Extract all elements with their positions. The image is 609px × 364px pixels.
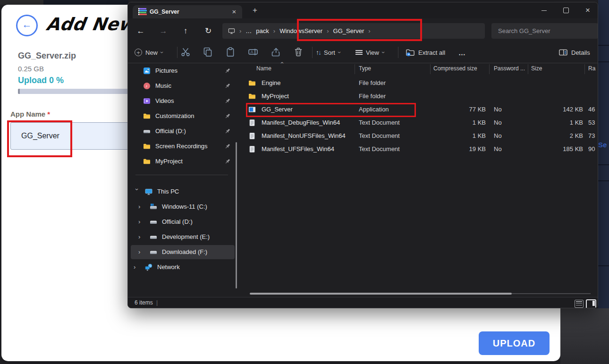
toolbar-separator (177, 47, 178, 58)
column-header-password[interactable]: Password ... (494, 65, 525, 72)
delete-button[interactable] (293, 47, 304, 58)
pin-icon[interactable] (224, 143, 231, 150)
paste-button[interactable] (225, 47, 237, 58)
sidebar-item-screen-recordings[interactable]: Screen Recordings (131, 139, 235, 153)
chevron-collapsed-icon[interactable]: › (138, 245, 145, 259)
nav-forward-button[interactable]: → (156, 25, 170, 37)
background-text-fragment: Se (598, 141, 607, 149)
folder-icon (143, 143, 151, 150)
details-pane-button[interactable]: Details (558, 46, 590, 59)
sidebar-item-music[interactable]: ♪ Music (131, 79, 235, 93)
chevron-collapsed-icon[interactable]: › (134, 260, 140, 274)
file-row-ggserver[interactable]: GG_Server Application 77 KB No 142 KB 46 (239, 103, 598, 116)
breadcrumb-item-pack[interactable]: pack (256, 27, 269, 34)
pin-icon[interactable] (224, 113, 231, 119)
refresh-button[interactable]: ↻ (201, 25, 215, 37)
chevron-collapsed-icon[interactable]: › (138, 230, 145, 244)
column-header-ratio[interactable]: Ra (588, 65, 595, 72)
background-divider (598, 180, 609, 181)
column-header-compressed-size[interactable]: Compressed size (433, 65, 477, 72)
breadcrumb-overflow[interactable]: … (245, 27, 252, 34)
tab-title: GG_Server (150, 8, 179, 15)
sidebar-scrollbar[interactable] (236, 142, 237, 288)
folder-icon (143, 112, 151, 120)
column-header-size[interactable]: Size (531, 65, 542, 72)
share-button[interactable] (271, 47, 282, 58)
column-header-name[interactable]: Name (256, 65, 271, 72)
column-header-type[interactable]: Type (359, 65, 371, 72)
back-button[interactable]: ← (16, 15, 38, 36)
copy-icon (203, 47, 213, 57)
minimize-button[interactable] (534, 2, 555, 18)
folder-icon (248, 93, 256, 100)
details-view-toggle[interactable] (575, 300, 584, 308)
close-button[interactable]: × (577, 2, 598, 18)
cut-button[interactable] (180, 47, 192, 58)
horizontal-scrollbar-track[interactable] (512, 293, 591, 294)
column-divider[interactable] (489, 64, 490, 74)
view-button[interactable]: View › (355, 46, 384, 59)
pin-icon[interactable] (224, 98, 231, 104)
pin-icon[interactable] (224, 83, 231, 89)
tab-bar: GG_Server × + × (128, 2, 598, 18)
sort-button[interactable]: ↑↓ Sort › (316, 46, 340, 59)
sidebar-item-myproject[interactable]: MyProject (131, 154, 235, 169)
copy-button[interactable] (203, 47, 214, 58)
maximize-button[interactable] (556, 2, 576, 18)
more-options-button[interactable]: … (458, 46, 466, 59)
file-row-manifest-debugfiles[interactable]: Manifest_DebugFiles_Win64 Text Document … (239, 116, 598, 129)
sidebar-item-customization[interactable]: Customization (131, 109, 235, 123)
search-input[interactable] (491, 23, 598, 39)
windows-drive-icon (150, 203, 157, 211)
tab-close-icon[interactable]: × (229, 7, 239, 17)
sidebar-item-official-d[interactable]: Official (D:) (131, 124, 235, 138)
new-button[interactable]: + New › (135, 46, 163, 59)
extract-all-button[interactable]: Extract all (406, 46, 445, 59)
sidebar-item-network[interactable]: › Network (131, 260, 235, 274)
sidebar-item-videos[interactable]: Videos (131, 94, 235, 108)
sidebar-item-development-e[interactable]: › Development (E:) (131, 230, 235, 244)
app-name-label: App Name * (10, 110, 50, 118)
background-page-right-edge: Se (598, 0, 609, 308)
rename-button[interactable]: A (248, 47, 259, 58)
chevron-expanded-icon[interactable]: › (130, 188, 144, 195)
new-tab-button[interactable]: + (250, 6, 260, 15)
drive-icon (143, 127, 151, 135)
svg-text:♪: ♪ (145, 84, 148, 88)
sidebar-item-downloaded-f[interactable]: › Downloaded (F:) (131, 245, 235, 259)
file-row-myproject[interactable]: MyProject File folder (239, 90, 598, 103)
breadcrumb-item-windowsserver[interactable]: WindowsServer (279, 27, 322, 34)
sidebar-item-pictures[interactable]: Pictures (131, 64, 235, 78)
column-divider[interactable] (528, 64, 528, 74)
column-divider[interactable] (430, 64, 431, 74)
background-strip-topnavy (43, 0, 128, 5)
nav-back-button[interactable]: ← (134, 25, 148, 37)
this-pc-icon (228, 27, 235, 34)
horizontal-scrollbar[interactable] (250, 293, 512, 295)
file-row-manifest-nonufsfiles[interactable]: Manifest_NonUFSFiles_Win64 Text Document… (239, 129, 598, 143)
pin-icon[interactable] (224, 68, 231, 74)
column-divider[interactable] (355, 64, 355, 74)
chevron-collapsed-icon[interactable]: › (138, 200, 145, 214)
file-row-engine[interactable]: Engine File folder (239, 76, 598, 90)
sidebar-item-windows-c[interactable]: › Windows-11 (C:) (131, 200, 235, 214)
pin-icon[interactable] (224, 158, 231, 165)
file-row-manifest-ufsfiles[interactable]: Manifest_UFSFiles_Win64 Text Document 19… (239, 143, 598, 156)
chevron-collapsed-icon[interactable]: › (138, 215, 145, 229)
address-bar[interactable]: › … pack › WindowsServer › GG_Server › (222, 23, 485, 39)
back-arrow-icon: ← (22, 19, 32, 30)
upload-button[interactable]: UPLOAD (479, 331, 550, 355)
nav-up-button[interactable]: ↑ (178, 25, 193, 37)
background-divider (598, 265, 609, 266)
folder-icon (143, 158, 151, 165)
background-block-bottom-right (560, 308, 609, 364)
sidebar-item-official-d-drive[interactable]: › Official (D:) (131, 215, 235, 229)
preview-pane-toggle[interactable] (586, 299, 596, 308)
sidebar-item-this-pc[interactable]: › This PC (131, 185, 235, 199)
explorer-tab[interactable]: GG_Server × (133, 5, 242, 18)
column-divider[interactable] (584, 64, 585, 74)
breadcrumb-item-ggserver[interactable]: GG_Server (333, 27, 364, 34)
scissors-icon (180, 47, 191, 57)
chevron-down-icon: › (159, 51, 165, 53)
pin-icon[interactable] (224, 128, 231, 135)
